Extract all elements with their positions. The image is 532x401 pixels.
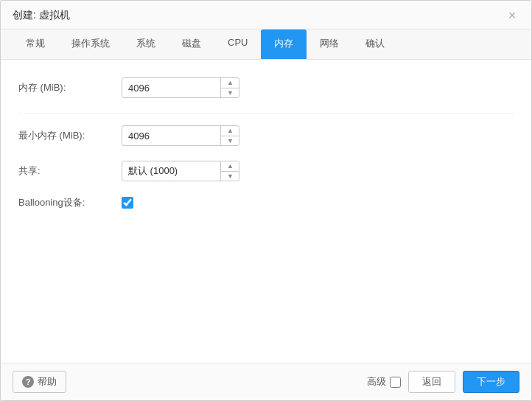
min-memory-spinner[interactable]: ▲ ▼ <box>122 125 239 146</box>
tab-confirm[interactable]: 确认 <box>352 29 398 59</box>
advanced-label: 高级 <box>367 375 386 388</box>
min-memory-down-arrow[interactable]: ▼ <box>221 136 239 147</box>
share-row: 共享: ▲ ▼ <box>18 161 514 181</box>
share-arrows: ▲ ▼ <box>220 161 239 181</box>
next-button[interactable]: 下一步 <box>463 371 519 393</box>
dialog-title: 创建: 虚拟机 <box>13 9 70 22</box>
footer-left: ? 帮助 <box>13 371 66 393</box>
help-label: 帮助 <box>38 375 57 388</box>
advanced-wrap: 高级 <box>367 375 401 388</box>
memory-label: 内存 (MiB): <box>18 81 122 94</box>
footer-right: 高级 返回 下一步 <box>367 371 519 393</box>
tab-network[interactable]: 网络 <box>307 29 352 59</box>
tab-cpu[interactable]: CPU <box>214 29 261 59</box>
close-button[interactable]: × <box>505 8 519 23</box>
help-button[interactable]: ? 帮助 <box>13 371 66 393</box>
back-button[interactable]: 返回 <box>408 371 455 393</box>
dialog-footer: ? 帮助 高级 返回 下一步 <box>1 363 531 400</box>
share-spinner[interactable]: ▲ ▼ <box>122 161 239 181</box>
min-memory-arrows: ▲ ▼ <box>220 125 239 146</box>
memory-down-arrow[interactable]: ▼ <box>221 88 239 99</box>
min-memory-label: 最小内存 (MiB): <box>18 129 122 142</box>
dialog-header: 创建: 虚拟机 × <box>1 1 531 29</box>
tab-system[interactable]: 系统 <box>123 29 169 59</box>
min-memory-up-arrow[interactable]: ▲ <box>221 125 239 136</box>
help-icon: ? <box>22 376 34 388</box>
tab-general[interactable]: 常规 <box>13 29 58 59</box>
dialog-body: 内存 (MiB): ▲ ▼ 最小内存 (MiB): ▲ ▼ 共享: <box>1 60 531 363</box>
memory-arrows: ▲ ▼ <box>220 77 239 98</box>
memory-spinner[interactable]: ▲ ▼ <box>122 77 239 98</box>
ballooning-label: Ballooning设备: <box>18 196 122 209</box>
create-vm-dialog: 创建: 虚拟机 × 常规 操作系统 系统 磁盘 CPU 内存 网络 确认 内存 … <box>0 0 532 401</box>
tab-bar: 常规 操作系统 系统 磁盘 CPU 内存 网络 确认 <box>1 29 531 60</box>
min-memory-row: 最小内存 (MiB): ▲ ▼ <box>18 113 514 146</box>
ballooning-checkbox-wrap[interactable] <box>122 197 133 209</box>
share-up-arrow[interactable]: ▲ <box>221 161 239 172</box>
ballooning-checkbox[interactable] <box>122 197 133 209</box>
advanced-checkbox[interactable] <box>390 377 401 388</box>
memory-up-arrow[interactable]: ▲ <box>221 77 239 88</box>
ballooning-row: Ballooning设备: <box>18 196 514 209</box>
tab-memory[interactable]: 内存 <box>261 29 307 59</box>
share-label: 共享: <box>18 164 122 178</box>
memory-row: 内存 (MiB): ▲ ▼ <box>18 77 514 98</box>
tab-disk[interactable]: 磁盘 <box>169 29 214 59</box>
tab-os[interactable]: 操作系统 <box>58 29 123 59</box>
share-down-arrow[interactable]: ▼ <box>221 172 239 182</box>
